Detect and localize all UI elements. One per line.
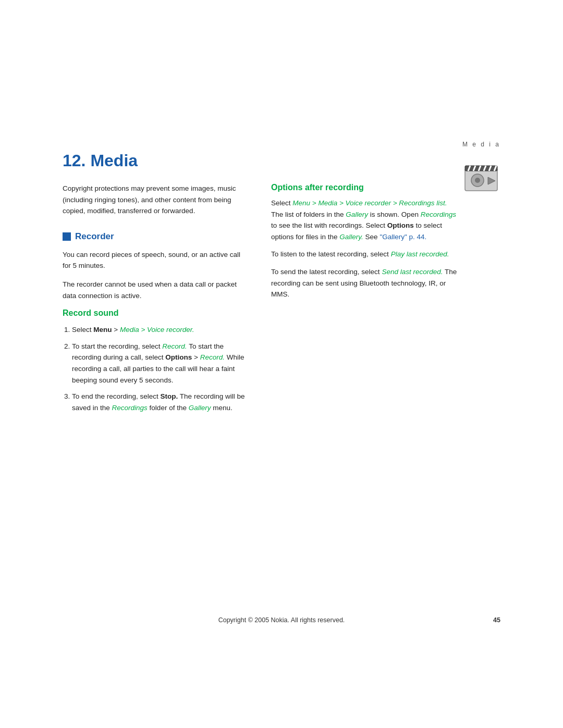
- footer-copyright: Copyright © 2005 Nokia. All rights reser…: [218, 616, 345, 624]
- list-item-1: Select Menu > Media > Voice recorder.: [72, 324, 250, 336]
- list-item-2: To start the recording, select Record. T…: [72, 341, 250, 386]
- recorder-para1: You can record pieces of speech, sound, …: [63, 249, 250, 272]
- options-p3-italic: Send last recorded.: [382, 268, 443, 276]
- options-p1-after: The list of folders in the: [271, 211, 346, 218]
- step3-recordings: Recordings: [112, 404, 148, 412]
- options-p1-see: See: [363, 233, 380, 241]
- record-sound-list: Select Menu > Media > Voice recorder. To…: [63, 324, 250, 413]
- chapter-title: 12. Media: [63, 151, 500, 170]
- recorder-para2: The recorder cannot be used when a data …: [63, 279, 250, 301]
- blue-square-icon: [63, 232, 71, 241]
- options-p1-recordings: Recordings: [421, 211, 456, 218]
- page-container: M e d i a 12. Media: [0, 0, 563, 728]
- options-p1-gallery2: Gallery.: [339, 233, 363, 241]
- recorder-heading-box: Recorder: [63, 231, 250, 242]
- two-column-layout: Copyright protections may prevent some i…: [63, 183, 500, 418]
- options-p2-italic: Play last recorded.: [391, 250, 449, 258]
- options-p1-gallery: Gallery: [346, 211, 368, 218]
- left-column: Copyright protections may prevent some i…: [63, 183, 250, 418]
- step3-gallery: Gallery: [189, 404, 211, 412]
- options-para3: To send the latest recording, select Sen…: [271, 266, 459, 300]
- right-column: Options after recording Select Menu > Me…: [271, 183, 459, 418]
- options-p1-link: "Gallery" p. 44.: [380, 233, 426, 241]
- page-footer: Copyright © 2005 Nokia. All rights reser…: [0, 616, 563, 624]
- copyright-notice: Copyright protections may prevent some i…: [63, 183, 250, 217]
- list-item-3: To end the recording, select Stop. The r…: [72, 391, 250, 413]
- step2-gt: >: [192, 353, 200, 361]
- step2-record2: Record.: [200, 353, 225, 361]
- step1-mid: >: [112, 326, 120, 334]
- recorder-heading: Recorder: [75, 231, 114, 242]
- options-p2-before: To listen to the latest recording, selec…: [271, 250, 391, 258]
- options-p3-before: To send the latest recording, select: [271, 268, 382, 276]
- step3-stop: Stop.: [161, 392, 178, 400]
- step3-end: menu.: [211, 404, 232, 412]
- step2-options: Options: [165, 353, 192, 361]
- page-number: 45: [493, 616, 500, 624]
- step1-menu: Menu: [93, 326, 112, 334]
- step3-before: To end the recording, select: [72, 392, 161, 400]
- options-p1-italic1: Menu > Media > Voice recorder > Recordin…: [292, 199, 447, 207]
- step3-mid: folder of the: [148, 404, 189, 412]
- options-p1-mid: is shown. Open: [368, 211, 421, 218]
- content-area: 12. Media Copyright protections may prev…: [63, 151, 500, 418]
- section-label: M e d i a: [462, 141, 500, 148]
- step1-italic: Media > Voice recorder.: [120, 326, 194, 334]
- options-p1-end: to see the list with recordings. Select: [271, 221, 387, 229]
- step1-prefix: Select: [72, 326, 93, 334]
- options-p1-options: Options: [387, 221, 414, 229]
- options-heading: Options after recording: [271, 183, 459, 192]
- step2-record: Record.: [162, 342, 187, 350]
- options-para2: To listen to the latest recording, selec…: [271, 249, 459, 260]
- options-para1: Select Menu > Media > Voice recorder > R…: [271, 198, 459, 242]
- options-p1-before: Select: [271, 199, 292, 207]
- record-sound-heading: Record sound: [63, 309, 250, 318]
- step2-before: To start the recording, select: [72, 342, 162, 350]
